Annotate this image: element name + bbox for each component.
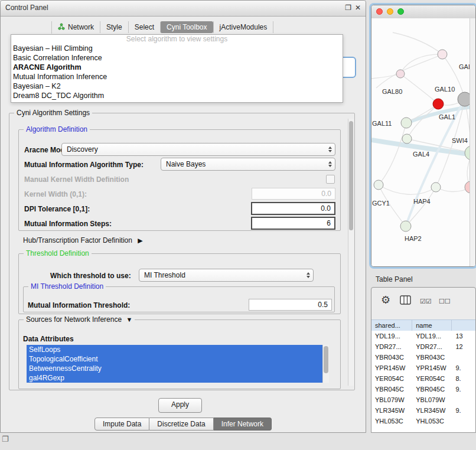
cell — [452, 394, 475, 405]
zoom-traffic-light-icon[interactable] — [397, 8, 404, 15]
manual-kernel-checkbox[interactable] — [326, 175, 335, 184]
tab-style[interactable]: Style — [100, 21, 128, 33]
table-row[interactable]: YDL19... YDL19... 13 — [371, 331, 475, 341]
settings-scrollbar[interactable] — [348, 119, 354, 386]
tab-infer-network[interactable]: Infer Network — [214, 418, 272, 431]
algorithm-option[interactable]: Dream8 DC_TDC Algorithm — [11, 91, 343, 100]
cell: 13 — [452, 331, 475, 341]
control-panel-titlebar[interactable]: Control Panel ❐ ✕ — [1, 1, 366, 17]
which-threshold-select[interactable]: MI Threshold — [139, 269, 314, 282]
tab-select[interactable]: Select — [128, 21, 160, 33]
table-row[interactable]: YER054C YER054C 8. — [371, 373, 475, 384]
tab-discretize-data[interactable]: Discretize Data — [149, 418, 213, 431]
cell: YPR145W — [371, 363, 412, 373]
mi-steps-label: Mutual Information Steps: — [24, 220, 112, 228]
tab-network[interactable]: Network — [51, 21, 100, 34]
close-window-icon[interactable]: ✕ — [355, 4, 361, 12]
algorithm-option[interactable]: Mutual Information Inference — [11, 72, 343, 81]
network-node[interactable] — [431, 182, 441, 192]
table-row[interactable]: YHL053C YHL053C — [371, 416, 475, 426]
settings-scrollbar-thumb[interactable] — [349, 121, 353, 230]
deselect-all-checkboxes-icon[interactable]: ☐☐ — [439, 298, 451, 305]
table-row[interactable]: YBR043C YBR043C — [371, 352, 475, 363]
network-scrollbar[interactable] — [470, 18, 475, 266]
mi-threshold-field[interactable]: 0.5 — [249, 299, 332, 311]
table-panel-window: ⚙ ☑☑ ☐☐ shared... name YDL19... YDL19...… — [371, 287, 476, 433]
network-window-titlebar[interactable] — [371, 5, 475, 19]
apply-button[interactable]: Apply — [158, 398, 202, 413]
tab-style-label: Style — [106, 23, 122, 31]
cell: YBR043C — [412, 352, 452, 363]
cell: YER054C — [371, 373, 412, 384]
aracne-mode-select[interactable]: Discovery — [61, 143, 335, 156]
node-label: GAL1 — [439, 113, 455, 120]
bottom-tab-bar: Impute Data Discretize Data Infer Networ… — [1, 418, 366, 431]
collapse-down-icon[interactable]: ▼ — [126, 316, 132, 323]
node-label: GAL10 — [435, 86, 455, 93]
attributes-scrollbar[interactable] — [322, 345, 329, 383]
sources-group-title[interactable]: Sources for Network Inference ▼ — [24, 315, 135, 324]
cell: YDR27... — [412, 341, 452, 352]
network-node[interactable] — [396, 70, 405, 78]
dpi-tolerance-label: DPI Tolerance [0,1]: — [24, 205, 90, 213]
attribute-item-selected[interactable]: TopologicalCoefficient — [27, 354, 322, 364]
network-node[interactable] — [374, 180, 383, 190]
close-traffic-light-icon[interactable] — [376, 8, 383, 15]
cell: YDL19... — [412, 331, 452, 341]
cell: YPR145W — [412, 363, 452, 373]
attribute-item-selected[interactable]: BetweennessCentrality — [27, 364, 322, 373]
float-window-icon[interactable]: ❐ — [345, 4, 351, 12]
mi-type-select[interactable]: Naive Bayes — [161, 158, 335, 171]
minimize-traffic-light-icon[interactable] — [387, 8, 393, 15]
network-node[interactable] — [400, 221, 411, 231]
node-label: GCY1 — [372, 200, 390, 207]
algorithm-option-selected[interactable]: ARACNE Algorithm — [11, 63, 343, 72]
which-threshold-label: Which threshold to use: — [50, 272, 131, 280]
algorithm-option[interactable]: Basic Correlation Inference — [11, 53, 343, 63]
mi-steps-field[interactable]: 6 — [251, 217, 335, 230]
hub-section-header[interactable]: Hub/Transcription Factor Definition ▶ — [23, 236, 143, 244]
network-node[interactable] — [438, 50, 447, 59]
network-node[interactable] — [402, 134, 412, 144]
dpi-tolerance-field[interactable]: 0.0 — [251, 202, 335, 215]
network-node-red[interactable] — [433, 99, 444, 109]
docked-panel-icon[interactable]: ❐ — [2, 435, 9, 444]
table-row[interactable]: YBR045C YBR045C 9. — [371, 384, 475, 394]
cell: YDL19... — [371, 331, 412, 341]
cell: YER054C — [412, 373, 452, 384]
tab-jactivemodules[interactable]: jActiveModules — [213, 21, 274, 33]
tab-cyni-toolbox[interactable]: Cyni Toolbox — [160, 21, 213, 33]
dropdown-arrows-icon — [328, 146, 332, 152]
table-body: YDL19... YDL19... 13 YDR27... YDR27... 1… — [371, 331, 475, 432]
network-node[interactable] — [401, 118, 412, 128]
column-selector-icon[interactable] — [400, 295, 411, 307]
table-row[interactable]: YLR345W YLR345W 9. — [371, 405, 475, 416]
data-attributes-list: SelfLoops TopologicalCoefficient Between… — [27, 345, 322, 383]
attribute-item-selected[interactable]: SelfLoops — [27, 345, 322, 354]
node-label: HAP4 — [413, 198, 431, 205]
aracne-mode-value: Discovery — [67, 145, 98, 154]
network-canvas[interactable]: GAL8 GAL80 GAL10 GAL11 GAL1 SWI4 GAL4 GC… — [371, 18, 475, 266]
tab-cyni-toolbox-label: Cyni Toolbox — [167, 23, 207, 31]
which-threshold-value: MI Threshold — [144, 271, 185, 279]
table-row[interactable]: YBL079W YBL079W — [371, 394, 475, 405]
table-row[interactable]: YDR27... YDR27... 12 — [371, 341, 475, 352]
attributes-scrollbar-thumb[interactable] — [324, 346, 328, 373]
cell: YBR045C — [412, 384, 452, 394]
select-all-checkboxes-icon[interactable]: ☑☑ — [420, 298, 432, 305]
column-header-extra[interactable] — [452, 320, 475, 331]
expand-right-icon[interactable]: ▶ — [138, 237, 142, 244]
kernel-width-field[interactable]: 0.0 — [252, 188, 335, 200]
cell: YLR345W — [412, 405, 452, 416]
attribute-item-selected[interactable]: gal4RGexp — [27, 373, 322, 383]
algorithm-option[interactable]: Bayesian – K2 — [11, 81, 343, 91]
gear-icon[interactable]: ⚙ — [381, 294, 390, 306]
algorithm-option[interactable]: Bayesian – Hill Climbing — [11, 44, 343, 53]
node-label: HAP2 — [405, 235, 422, 242]
manual-kernel-label: Manual Kernel Width Definition — [24, 175, 129, 184]
tab-impute-data[interactable]: Impute Data — [94, 418, 149, 431]
table-row[interactable]: YPR145W YPR145W 9. — [371, 363, 475, 373]
cell: YHL053C — [371, 416, 412, 426]
column-header-shared-name[interactable]: shared... — [371, 320, 412, 331]
column-header-name[interactable]: name — [412, 320, 452, 331]
